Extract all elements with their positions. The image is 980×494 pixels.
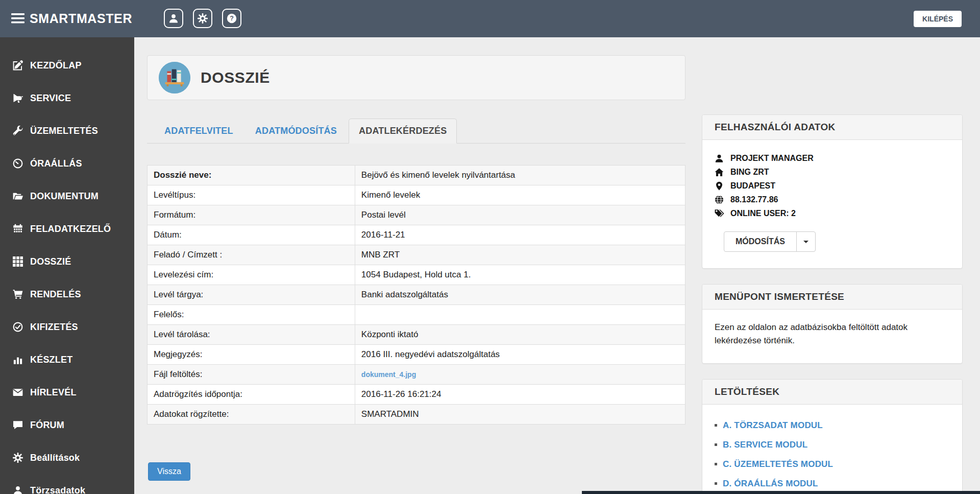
sidebar-item-label: RENDELÉS	[30, 289, 81, 300]
sidebar-item-torzsadatok[interactable]: Törzsadatok	[0, 474, 134, 494]
sidebar-item-uzemeltetes[interactable]: ÜZEMELTETÉS	[0, 114, 134, 147]
field-label: Formátum:	[148, 205, 355, 225]
record-table-body: Dosszié neve:Bejövő és kimenő levelek ny…	[148, 166, 685, 425]
bullhorn-icon	[13, 93, 23, 103]
download-item: C. ÜZEMELTETÉS MODUL	[715, 455, 950, 474]
page-title: DOSSZIÉ	[201, 69, 270, 86]
field-label: Adatokat rögzítette:	[148, 405, 355, 425]
download-item: D. ÓRAÁLLÁS MODUL	[715, 474, 950, 493]
user-data-text: 88.132.77.86	[730, 195, 778, 204]
download-link-d-oraallas-modul[interactable]: D. ÓRAÁLLÁS MODUL	[723, 479, 818, 489]
table-row: Levelezési cím:1054 Budapest, Hold utca …	[148, 265, 685, 285]
settings-button[interactable]	[193, 9, 212, 28]
sidebar-item-label: FÓRUM	[30, 420, 64, 431]
sidebar-item-label: ÜZEMELTETÉS	[30, 126, 98, 136]
gear-icon	[198, 13, 208, 23]
download-item: A. TÖRZSADAT MODUL	[715, 416, 950, 435]
download-link-c-uzemeltetes-modul[interactable]: C. ÜZEMELTETÉS MODUL	[723, 459, 833, 469]
user-data-text: BUDAPEST	[730, 181, 775, 191]
sidebar-item-label: KEZDŐLAP	[30, 60, 82, 71]
tab-adatlekerdezes[interactable]: ADATLEKÉRDEZÉS	[349, 119, 457, 144]
downloads-panel-title: LETÖLTÉSEK	[702, 380, 962, 405]
table-row: Adatokat rögzítette:SMARTADMIN	[148, 405, 685, 425]
sidebar-item-label: Törzsadatok	[30, 485, 85, 494]
table-row: Levéltípus:Kimenő levelek	[148, 185, 685, 205]
comment-icon	[13, 420, 23, 430]
sidebar-item-forum[interactable]: FÓRUM	[0, 409, 134, 441]
edit-icon	[13, 60, 23, 70]
books-icon	[159, 62, 190, 93]
field-value: Postai levél	[355, 205, 685, 225]
field-value: 2016-11-26 16:21:24	[355, 385, 685, 405]
envelope-icon	[13, 387, 23, 397]
back-button[interactable]: Vissza	[148, 462, 190, 481]
field-label: Levéltípus:	[148, 185, 355, 205]
check-circle-icon	[13, 322, 23, 332]
sidebar-item-label: Beállítások	[30, 453, 80, 463]
sidebar-item-kifizetes[interactable]: KIFIZETÉS	[0, 311, 134, 343]
sidebar-item-hirlevel[interactable]: HÍRLEVÉL	[0, 376, 134, 409]
field-label: Levelezési cím:	[148, 265, 355, 285]
help-button[interactable]: ?	[222, 9, 241, 28]
table-row: Adatrögzítés időpontja:2016-11-26 16:21:…	[148, 385, 685, 405]
sidebar-item-service[interactable]: SERVICE	[0, 82, 134, 114]
downloads-panel: LETÖLTÉSEK A. TÖRZSADAT MODULB. SERVICE …	[702, 379, 963, 494]
download-item: B. SERVICE MODUL	[715, 435, 950, 455]
sidebar-item-label: ÓRAÁLLÁS	[30, 158, 82, 169]
modify-button[interactable]: MÓDOSÍTÁS	[724, 231, 797, 252]
page-header: DOSSZIÉ	[147, 55, 685, 100]
app-brand: SMARTMASTER	[30, 0, 132, 37]
tab-adatfelvitel[interactable]: ADATFELVITEL	[154, 119, 243, 144]
hamburger-icon[interactable]	[11, 13, 24, 23]
sidebar-item-keszlet[interactable]: KÉSZLET	[0, 343, 134, 376]
modify-split-button: MÓDOSÍTÁS	[724, 231, 816, 252]
sidebar-item-oraallas[interactable]: ÓRAÁLLÁS	[0, 147, 134, 180]
sidebar-item-label: SERVICE	[30, 93, 71, 104]
user-data-list: PROJEKT MANAGERBING ZRTBUDAPEST88.132.77…	[715, 151, 950, 220]
menu-info-panel: MENÜPONT ISMERTETÉSE Ezen az oldalon az …	[702, 284, 963, 364]
user-data-panel: FELHASZNÁLÓI ADATOK PROJEKT MANAGERBING …	[702, 114, 963, 269]
field-value: MNB ZRT	[355, 245, 685, 265]
bar-chart-icon	[13, 355, 23, 365]
table-row: Megjegyzés:2016 III. negyedévi adatszolg…	[148, 345, 685, 365]
table-row: Levél tárgya:Banki adatszolgáltatás	[148, 285, 685, 305]
tachometer-icon	[13, 158, 23, 169]
table-row: Felelős:	[148, 305, 685, 325]
table-row: Dátum:2016-11-21	[148, 225, 685, 245]
download-link-a-torzsadat-modul[interactable]: A. TÖRZSADAT MODUL	[723, 420, 823, 431]
calendar-icon	[13, 224, 23, 234]
sidebar-item-label: KIFIZETÉS	[30, 322, 78, 333]
navbar-icon-buttons: ?	[164, 9, 241, 28]
download-link-b-service-modul[interactable]: B. SERVICE MODUL	[723, 440, 807, 450]
user-data-text: ONLINE USER: 2	[730, 209, 796, 218]
main-column: DOSSZIÉ ADATFELVITELADATMÓDOSÍTÁSADATLEK…	[147, 55, 685, 481]
tab-adatmodositas[interactable]: ADATMÓDOSÍTÁS	[245, 119, 347, 144]
sidebar-item-feladatkezelo[interactable]: FELADATKEZELŐ	[0, 213, 134, 245]
logout-button[interactable]: KILÉPÉS	[914, 11, 962, 27]
home-icon	[715, 168, 724, 177]
wrench-icon	[13, 126, 23, 136]
cart-icon	[13, 289, 23, 299]
user-data-item: BING ZRT	[715, 165, 950, 179]
file-link[interactable]: dokument_4.jpg	[361, 370, 416, 379]
sidebar-item-label: DOSSZIÉ	[30, 256, 71, 267]
sidebar-item-rendeles[interactable]: RENDELÉS	[0, 278, 134, 311]
field-label: Dátum:	[148, 225, 355, 245]
field-value: Banki adatszolgáltatás	[355, 285, 685, 305]
downloads-list: A. TÖRZSADAT MODULB. SERVICE MODULC. ÜZE…	[715, 416, 950, 494]
modify-dropdown-button[interactable]	[796, 231, 816, 252]
sidebar-item-kezdolap[interactable]: KEZDŐLAP	[0, 49, 134, 82]
profile-button[interactable]	[164, 9, 183, 28]
sidebar-item-label: KÉSZLET	[30, 355, 72, 365]
map-marker-icon	[715, 181, 724, 191]
field-label: Fájl feltöltés:	[148, 365, 355, 385]
field-value: 2016 III. negyedévi adatszolgáltatás	[355, 345, 685, 365]
sidebar-item-beallitasok[interactable]: Beállítások	[0, 441, 134, 474]
sidebar-item-dosszie[interactable]: DOSSZIÉ	[0, 245, 134, 278]
record-table: Dosszié neve:Bejövő és kimenő levelek ny…	[147, 165, 685, 425]
grid-icon	[13, 256, 23, 267]
sidebar-item-dokumentum[interactable]: DOKUMENTUM	[0, 180, 134, 213]
sidebar-item-label: FELADATKEZELŐ	[30, 224, 111, 234]
user-icon	[715, 154, 724, 163]
user-data-item: 88.132.77.86	[715, 193, 950, 206]
